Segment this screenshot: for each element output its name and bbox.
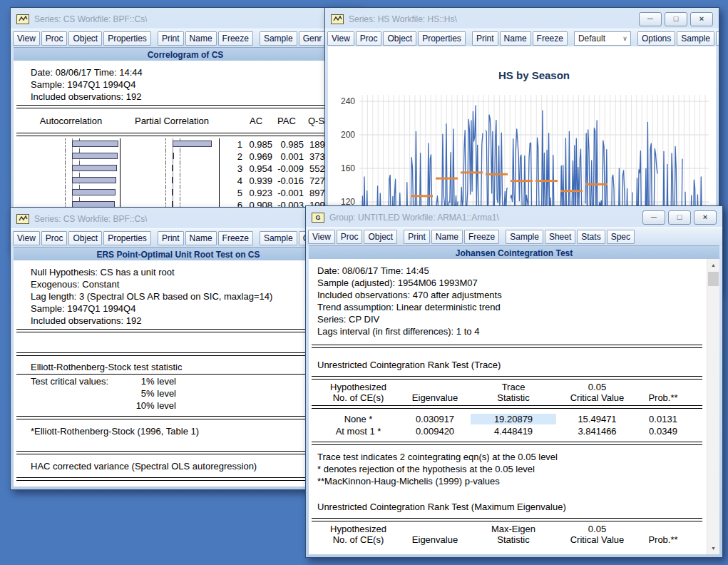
- sample-button[interactable]: Sample: [506, 230, 543, 244]
- name-button[interactable]: Name: [185, 31, 217, 46]
- lag-number: 4: [220, 175, 242, 186]
- lag-number: 5: [220, 188, 242, 198]
- name-button[interactable]: Name: [185, 231, 217, 245]
- object-button[interactable]: Object: [383, 31, 416, 46]
- chevron-down-icon: ∨: [622, 35, 627, 42]
- close-button[interactable]: ×: [694, 210, 717, 225]
- series-icon: [331, 14, 344, 24]
- vertical-scrollbar[interactable]: ▲ ▼: [707, 259, 719, 554]
- freeze-button[interactable]: Freeze: [464, 230, 499, 244]
- sample-button[interactable]: Sample: [677, 31, 714, 46]
- trace-notes: Trace test indicates 2 cointegrating eqn…: [309, 451, 707, 487]
- object-button[interactable]: Object: [68, 231, 102, 245]
- lag-number: 3: [220, 163, 242, 174]
- print-button[interactable]: Print: [404, 230, 430, 244]
- scroll-down-arrow[interactable]: ▼: [707, 542, 719, 554]
- value-cell: 0.0131: [638, 414, 688, 424]
- info-line: Date: 08/06/17 Time: 14:44: [14, 66, 357, 78]
- name-button[interactable]: Name: [500, 31, 531, 46]
- ac-bar: [72, 189, 116, 195]
- object-button[interactable]: Object: [364, 230, 397, 244]
- pac-value: -0.001: [272, 188, 304, 198]
- separator: [16, 105, 353, 108]
- info-line: Sample (adjusted): 1954M06 1993M07: [309, 277, 707, 289]
- separator: [16, 133, 353, 136]
- minimize-button[interactable]: ─: [642, 210, 665, 225]
- sheet-button[interactable]: Sheet: [545, 230, 575, 244]
- confidence-band-line: [65, 138, 66, 151]
- header-cell: Critical Value: [556, 534, 638, 545]
- titlebar-hs[interactable]: Series: HS Workfile: HS::Hs\ ─ □ ×: [325, 8, 719, 29]
- properties-button[interactable]: Properties: [418, 31, 466, 46]
- titlebar-ers[interactable]: Series: CS Workfile: BPF::Cs\: [11, 208, 346, 228]
- note-line: Trace test indicates 2 cointegrating eqn…: [309, 451, 707, 463]
- scrollbar-thumb[interactable]: [708, 272, 719, 286]
- window-controls: ─ □ ×: [639, 12, 713, 26]
- maxeig-table-header: HypothesizedMax-Eigen0.05No. of CE(s)Eig…: [317, 524, 707, 545]
- info-line: Null Hypothesis: CS has a unit root: [14, 266, 343, 278]
- freeze-button[interactable]: Freeze: [218, 31, 253, 46]
- scroll-up-arrow[interactable]: ▲: [707, 259, 719, 271]
- confidence-band-line: [165, 175, 166, 187]
- object-button[interactable]: Object: [68, 31, 102, 46]
- genr-button[interactable]: Genr: [299, 31, 327, 46]
- note-line: * denotes rejection of the hypothesis at…: [309, 463, 707, 475]
- proc-button[interactable]: Proc: [41, 31, 68, 46]
- info-line: Series: CP DIV: [309, 313, 707, 325]
- window-title: Group: UNTITLED Workfile: ARMA1::Arma1\: [329, 213, 499, 223]
- close-button[interactable]: ×: [690, 12, 713, 26]
- value-cell: 0.030917: [399, 414, 471, 424]
- restore-button[interactable]: □: [668, 210, 691, 225]
- header-cell: Statistic: [471, 392, 556, 403]
- confidence-band-line: [180, 151, 180, 163]
- pac-bar: [172, 165, 173, 171]
- view-button[interactable]: View: [13, 231, 40, 245]
- window-title: Series: HS Workfile: HS::Hs\: [349, 14, 457, 24]
- freeze-button[interactable]: Freeze: [218, 231, 253, 245]
- correlogram-row: 40.939-0.016727: [22, 175, 357, 187]
- ers-footnote-2: HAC corrected variance (Spectral OLS aut…: [14, 460, 343, 472]
- properties-button[interactable]: Properties: [103, 231, 151, 245]
- header-cell: 0.05: [556, 382, 638, 392]
- toolbar-johansen: ViewProcObjectPrintNameFreezeSampleSheet…: [306, 227, 722, 245]
- view-button[interactable]: View: [327, 31, 354, 46]
- options-button[interactable]: Options: [637, 31, 675, 46]
- proc-button[interactable]: Proc: [337, 230, 363, 244]
- pac-bar-cell: [126, 151, 220, 163]
- col-autocorrelation: Autocorrelation: [22, 116, 120, 126]
- pac-bar: [172, 189, 173, 195]
- stats-button[interactable]: Stats: [577, 230, 605, 244]
- titlebar-johansen[interactable]: G Group: UNTITLED Workfile: ARMA1::Arma1…: [306, 206, 722, 227]
- titlebar-correlogram[interactable]: Series: CS Workfile: BPF::Cs\: [11, 8, 360, 29]
- print-button[interactable]: Print: [158, 31, 184, 46]
- spec-button[interactable]: Spec: [607, 230, 635, 244]
- window-title: Series: CS Workfile: BPF::Cs\: [34, 14, 147, 24]
- name-button[interactable]: Name: [431, 230, 463, 244]
- header-cell: Eigenvalue: [399, 534, 471, 545]
- sample-button[interactable]: Sample: [260, 231, 297, 245]
- graph-type-dropdown[interactable]: Default∨: [574, 31, 631, 46]
- view-button[interactable]: View: [13, 31, 40, 46]
- print-button[interactable]: Print: [472, 31, 498, 46]
- group-icon: G: [312, 213, 324, 223]
- proc-button[interactable]: Proc: [356, 31, 382, 46]
- freeze-button[interactable]: Freeze: [533, 31, 568, 46]
- correlogram-info: Date: 08/06/17 Time: 14:44Sample: 1947Q1…: [14, 66, 357, 103]
- minimize-button[interactable]: ─: [639, 12, 662, 26]
- genr-button[interactable]: Genr: [716, 31, 719, 46]
- dropdown-value: Default: [578, 34, 605, 44]
- view-button[interactable]: View: [308, 230, 335, 244]
- separator: [16, 329, 339, 332]
- window-title: Series: CS Workfile: BPF::Cs\: [34, 214, 147, 224]
- proc-button[interactable]: Proc: [41, 231, 68, 245]
- selected-cell[interactable]: 19.20879: [471, 414, 556, 424]
- info-line: Trend assumption: Linear deterministic t…: [309, 301, 707, 313]
- header-cell: Trace: [471, 382, 556, 392]
- restore-button[interactable]: □: [665, 12, 687, 26]
- properties-button[interactable]: Properties: [103, 31, 151, 46]
- info-line: Lag length: 3 (Spectral OLS AR based on …: [14, 290, 343, 302]
- header-cell: Critical Value: [556, 392, 638, 403]
- print-button[interactable]: Print: [158, 231, 184, 245]
- sample-button[interactable]: Sample: [260, 31, 297, 46]
- chart-title: HS by Season: [498, 69, 570, 81]
